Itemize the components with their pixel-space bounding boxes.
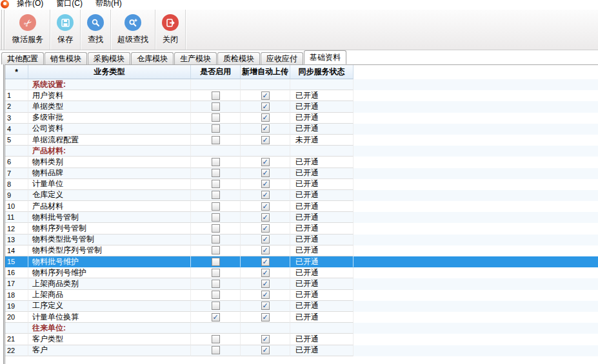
upload-checkbox[interactable]: ✓ <box>261 113 270 122</box>
upload-checkbox[interactable]: ✓ <box>261 291 270 299</box>
enable-checkbox[interactable]: ✓ <box>212 313 220 321</box>
upload-checkbox[interactable]: ✓ <box>261 169 270 177</box>
enable-checkbox[interactable] <box>212 91 220 100</box>
upload-checkbox[interactable]: ✓ <box>261 124 270 133</box>
tab-base-data[interactable]: 基础资料 <box>304 50 346 64</box>
column-header-col-business-type[interactable]: 业务类型 <box>28 65 191 79</box>
is-enabled-cell <box>191 334 241 345</box>
table-row[interactable]: 19工序定义✓已开通 <box>5 301 598 312</box>
enable-checkbox[interactable] <box>212 136 220 144</box>
upload-checkbox[interactable]: ✓ <box>261 313 270 321</box>
table-row[interactable]: 12物料序列号管制✓已开通 <box>5 223 598 234</box>
table-row[interactable]: 1用户资料✓已开通 <box>5 90 598 101</box>
column-header-col-auto-upload[interactable]: 新增自动上传 <box>241 65 290 79</box>
table-row[interactable]: 3多级审批✓已开通 <box>5 113 598 124</box>
column-header-col-row-number[interactable]: * <box>5 65 28 79</box>
upload-checkbox[interactable]: ✓ <box>261 280 270 288</box>
is-enabled-cell <box>191 168 241 179</box>
enable-checkbox[interactable] <box>212 124 220 133</box>
table-row[interactable]: 11物料批号管制✓已开通 <box>5 212 598 223</box>
upload-checkbox[interactable]: ✓ <box>261 302 270 310</box>
table-row[interactable]: 20计量单位换算✓✓已开通 <box>5 312 598 323</box>
table-row[interactable]: 6物料类别✓已开通 <box>5 157 598 168</box>
table-row[interactable]: 14物料类型序列号管制✓已开通 <box>5 245 598 256</box>
enable-checkbox[interactable] <box>212 113 220 122</box>
toolbar-button-close[interactable]: 关闭 <box>155 10 186 50</box>
tab-sales-module[interactable]: 销售模块 <box>45 52 87 64</box>
table-row[interactable]: 5单据流程配置✓未开通 <box>5 135 598 146</box>
table-row[interactable]: 10产品材料✓已开通 <box>5 201 598 212</box>
upload-checkbox[interactable]: ✓ <box>261 258 270 266</box>
table-row[interactable]: 15物料批号维护✓已开通 <box>5 256 598 267</box>
tab-production-module[interactable]: 生产模块 <box>174 52 217 64</box>
upload-checkbox[interactable]: ✓ <box>261 269 270 277</box>
toolbar-button-activate-service[interactable]: ✂微活服务 <box>6 10 50 50</box>
sync-status-cell: 已开通 <box>290 124 354 135</box>
table-row[interactable]: 22客户✓已开通 <box>5 345 598 356</box>
toolbar-button-super-find[interactable]: 超级查找 <box>111 10 155 50</box>
enable-checkbox[interactable] <box>212 235 220 244</box>
upload-checkbox[interactable]: ✓ <box>261 158 270 166</box>
enable-checkbox[interactable] <box>212 169 220 177</box>
upload-checkbox[interactable]: ✓ <box>261 202 270 211</box>
tab-warehouse-module[interactable]: 仓库模块 <box>131 52 174 64</box>
upload-checkbox[interactable]: ✓ <box>261 91 270 100</box>
menu-item-operation[interactable]: 操作(O) <box>12 0 48 8</box>
menu-item-help[interactable]: 帮助(H) <box>91 0 126 8</box>
enable-checkbox[interactable] <box>212 302 220 310</box>
is-enabled-cell <box>191 223 241 234</box>
row-number-cell: 22 <box>5 345 28 356</box>
column-header-col-sync-status[interactable]: 同步服务状态 <box>290 65 354 79</box>
upload-checkbox[interactable]: ✓ <box>261 213 270 222</box>
enable-checkbox[interactable] <box>212 291 220 299</box>
enable-checkbox[interactable] <box>212 346 220 354</box>
enable-checkbox[interactable] <box>212 280 220 288</box>
tab-other-config[interactable]: 其他配置 <box>1 52 44 64</box>
floppy-disk-icon <box>57 14 74 31</box>
table-row[interactable]: 16物料序列号维护✓已开通 <box>5 267 598 278</box>
tab-purchase-module[interactable]: 采购模块 <box>88 52 130 64</box>
enable-checkbox[interactable] <box>212 269 220 277</box>
table-row[interactable]: 13物料类型批号管制✓已开通 <box>5 235 598 245</box>
enable-checkbox[interactable] <box>212 180 220 188</box>
upload-checkbox[interactable]: ✓ <box>261 136 270 144</box>
table-row[interactable]: 4公司资料✓已开通 <box>5 124 598 135</box>
upload-checkbox[interactable]: ✓ <box>261 335 270 343</box>
upload-checkbox[interactable]: ✓ <box>261 346 270 354</box>
grid-panel: *业务类型是否启用新增自动上传同步服务状态 系统设置:1用户资料✓已开通2单据类… <box>3 64 598 364</box>
enable-checkbox[interactable] <box>212 335 220 343</box>
table-row[interactable]: 7物料品牌✓已开通 <box>5 168 598 179</box>
table-row[interactable]: 18上架商品✓已开通 <box>5 290 598 301</box>
toolbar-grip[interactable] <box>0 10 6 50</box>
table-row[interactable]: 2单据类型✓已开通 <box>5 101 598 112</box>
enable-checkbox[interactable] <box>212 224 220 233</box>
enable-checkbox[interactable] <box>212 191 220 199</box>
table-row[interactable]: 21客户类型✓已开通 <box>5 334 598 345</box>
upload-checkbox[interactable]: ✓ <box>261 246 270 254</box>
table-row[interactable]: 9仓库定义✓已开通 <box>5 190 598 201</box>
enable-checkbox[interactable] <box>212 246 220 254</box>
enable-checkbox[interactable] <box>212 158 220 166</box>
toolbar-button-find[interactable]: 查找 <box>81 10 111 50</box>
upload-checkbox[interactable]: ✓ <box>261 224 270 233</box>
toolbar-button-save[interactable]: 保存 <box>50 10 81 50</box>
upload-checkbox[interactable]: ✓ <box>261 191 270 199</box>
enable-checkbox[interactable] <box>212 202 220 211</box>
enable-checkbox[interactable] <box>212 102 220 111</box>
auto-upload-cell: ✓ <box>241 245 290 256</box>
is-enabled-cell <box>191 201 241 212</box>
upload-checkbox[interactable]: ✓ <box>261 180 270 188</box>
tab-ar-ap[interactable]: 应收应付 <box>261 52 303 64</box>
menu-item-window[interactable]: 窗口(C) <box>52 0 87 8</box>
sync-status-cell: 已开通 <box>290 113 354 124</box>
row-number-cell: 18 <box>5 290 28 301</box>
auto-upload-cell: ✓ <box>241 256 290 267</box>
upload-checkbox[interactable]: ✓ <box>261 102 270 111</box>
tab-qc-module[interactable]: 质检模块 <box>217 52 260 64</box>
upload-checkbox[interactable]: ✓ <box>261 235 270 244</box>
table-row[interactable]: 8计量单位✓已开通 <box>5 179 598 190</box>
column-header-col-is-enabled[interactable]: 是否启用 <box>191 65 241 79</box>
table-row[interactable]: 17上架商品类别✓已开通 <box>5 278 598 289</box>
enable-checkbox[interactable] <box>212 213 220 222</box>
enable-checkbox[interactable] <box>212 258 220 266</box>
